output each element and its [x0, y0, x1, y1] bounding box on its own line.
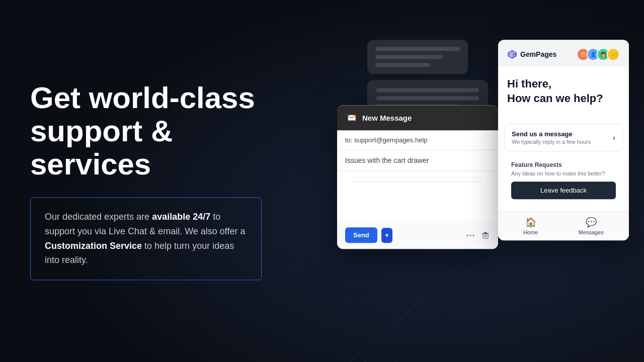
avatar-4: 🙂	[607, 48, 620, 61]
support-panel-nav: 🏠 Home 💬 Messages	[498, 211, 629, 240]
left-content-area: Get world-class support & services Our d…	[30, 81, 292, 280]
email-footer: Send ▾	[337, 221, 498, 249]
email-panel-header: New Message	[337, 105, 498, 130]
gempages-support-panel: GemPages 😊 👤 👩 🙂 Hi there, How can we he…	[498, 40, 629, 240]
gem-logo-icon	[507, 49, 517, 59]
send-message-subtitle: We typically reply in a few hours	[512, 139, 613, 145]
email-subject-field[interactable]: Issues with the cart drawer	[337, 150, 498, 171]
send-button[interactable]: Send	[345, 227, 377, 243]
support-panel-header: GemPages 😊 👤 👩 🙂	[498, 40, 629, 67]
gempages-logo: GemPages	[507, 49, 556, 59]
feature-requests-title: Feature Requests	[511, 161, 616, 168]
feature-requests-section: Feature Requests Any ideas on how to mak…	[504, 155, 623, 205]
gempages-brand-name: GemPages	[520, 50, 556, 58]
main-heading: Get world-class support & services	[30, 81, 292, 181]
send-message-option[interactable]: Send us a message We typically reply in …	[504, 124, 623, 151]
right-area: New Message to: support@gempages.help Is…	[337, 40, 629, 311]
feature-requests-subtitle: Any ideas on how to make this better?	[511, 170, 616, 176]
home-icon: 🏠	[525, 217, 536, 228]
leave-feedback-button[interactable]: Leave feedback	[511, 182, 616, 199]
email-body-field[interactable]	[337, 171, 498, 221]
bubble-line	[375, 47, 460, 51]
email-compose-panel: New Message to: support@gempages.help Is…	[337, 105, 498, 249]
description-text: Our dedicated experts are available 24/7…	[45, 212, 246, 265]
more-options-icon[interactable]	[466, 231, 475, 240]
send-options-button[interactable]: ▾	[381, 228, 392, 243]
greeting-text: Hi there, How can we help?	[507, 77, 620, 106]
send-message-content: Send us a message We typically reply in …	[512, 130, 613, 145]
email-body-line	[353, 177, 482, 177]
avatar-stack: 😊 👤 👩 🙂	[577, 48, 620, 61]
email-body-line	[353, 182, 482, 182]
nav-messages-label: Messages	[579, 229, 604, 235]
support-greeting: Hi there, How can we help?	[498, 67, 629, 118]
chat-bubble-1	[367, 40, 468, 74]
messages-icon: 💬	[586, 217, 597, 228]
bubble-line	[376, 88, 479, 92]
email-panel-body: to: support@gempages.help Issues with th…	[337, 130, 498, 221]
send-message-arrow: ›	[613, 134, 615, 142]
svg-point-2	[467, 234, 468, 236]
delete-icon[interactable]	[481, 231, 490, 240]
email-footer-icons	[466, 231, 490, 240]
description-box: Our dedicated experts are available 24/7…	[30, 197, 262, 280]
support-options: Send us a message We typically reply in …	[498, 118, 629, 211]
bubble-line	[375, 63, 430, 67]
bubble-line	[376, 96, 479, 100]
email-to-field[interactable]: to: support@gempages.help	[337, 130, 498, 150]
svg-point-3	[470, 234, 471, 236]
send-message-title: Send us a message	[512, 130, 613, 138]
nav-home[interactable]: 🏠 Home	[523, 217, 538, 235]
nav-home-label: Home	[523, 229, 538, 235]
email-panel-title: New Message	[362, 114, 412, 122]
svg-point-4	[473, 234, 474, 236]
gmail-icon	[346, 112, 357, 123]
bubble-line	[375, 55, 443, 59]
nav-messages[interactable]: 💬 Messages	[579, 217, 604, 235]
